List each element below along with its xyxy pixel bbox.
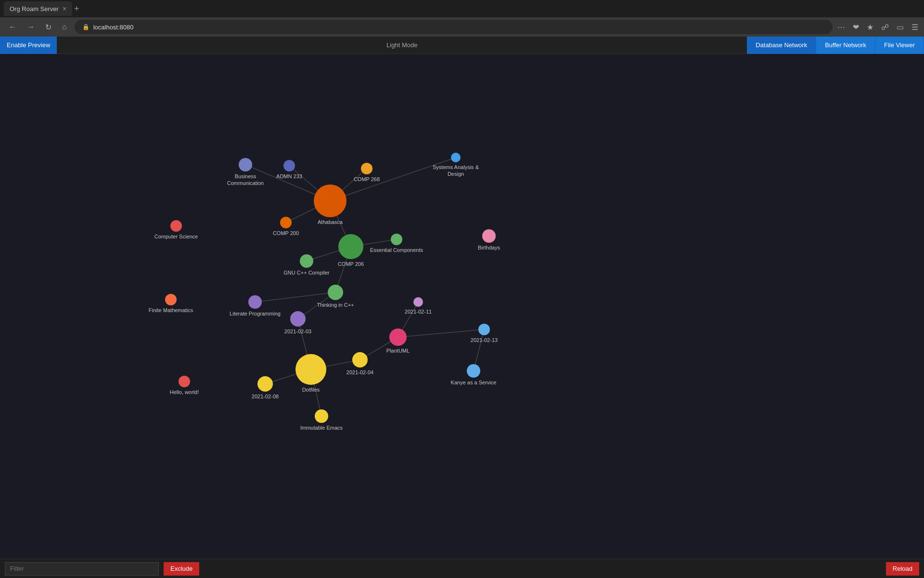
sidebar-icon[interactable]: ▭ (897, 23, 904, 32)
bookmarks-icon[interactable]: ❤ (853, 23, 859, 32)
node-label-gnu_cpp: GNU C++ Compiler (283, 270, 330, 276)
back-button[interactable]: ← (6, 21, 19, 33)
node-label-kanye: Kanye as a Service (451, 380, 497, 385)
node-comp200[interactable]: COMP 200 (273, 217, 299, 236)
node-admn233[interactable]: ADMN 233 (276, 160, 302, 179)
bottom-bar: Exclude Reload (0, 559, 924, 578)
forward-button[interactable]: → (24, 21, 38, 33)
svg-point-5 (239, 158, 252, 171)
node-label-birthdays: Birthdays (478, 245, 500, 250)
node-gnu_cpp[interactable]: GNU C++ Compiler (283, 254, 330, 276)
svg-point-6 (451, 153, 461, 162)
svg-point-22 (170, 220, 182, 232)
node-comp268[interactable]: COMP 268 (354, 163, 380, 182)
svg-point-3 (283, 160, 295, 171)
active-tab[interactable]: Org Roam Server × (4, 1, 72, 16)
svg-point-7 (280, 217, 292, 228)
exclude-button[interactable]: Exclude (164, 562, 199, 576)
svg-point-8 (391, 234, 402, 245)
security-icon: 🔒 (82, 24, 90, 30)
node-athabasca[interactable]: Athabasca (314, 184, 346, 225)
node-date_20210213[interactable]: 2021-02-13 (471, 324, 498, 343)
svg-point-4 (361, 163, 372, 174)
svg-point-21 (482, 229, 496, 243)
tab-file-viewer[interactable]: File Viewer (875, 37, 924, 54)
node-label-date_20210211: 2021-02-11 (405, 309, 432, 315)
node-label-comp200: COMP 200 (273, 230, 299, 236)
tab-buffer-network[interactable]: Buffer Network (816, 37, 875, 54)
nav-tabs: Database Network Buffer Network File Vie… (747, 37, 924, 54)
svg-point-0 (314, 184, 346, 217)
node-birthdays[interactable]: Birthdays (478, 229, 500, 250)
node-label-hello_world: Hello, world! (170, 389, 199, 395)
node-kanye[interactable]: Kanye as a Service (451, 364, 497, 385)
reload-button[interactable]: Reload (886, 562, 919, 576)
node-business_comm[interactable]: BusinessCommunication (227, 158, 264, 186)
node-finite_math[interactable]: Finite Mathematics (149, 294, 193, 313)
node-label-athabasca: Athabasca (318, 219, 343, 225)
node-label-comp_science: Computer Science (154, 234, 198, 239)
node-label-date_20210204: 2021-02-04 (346, 369, 373, 375)
node-hello_world[interactable]: Hello, world! (170, 376, 199, 395)
node-essential_comp[interactable]: Essential Components (370, 234, 424, 253)
filter-input[interactable] (5, 562, 159, 576)
browser-menu-icons: ⋯ ❤ ★ ☍ ▭ ☰ (837, 23, 918, 32)
browser-chrome: Org Roam Server × + ← → ↻ ⌂ 🔒 localhost:… (0, 0, 924, 37)
node-literate_prog[interactable]: Literate Programming (230, 295, 281, 316)
url-box[interactable]: 🔒 localhost:8080 (75, 20, 833, 34)
node-label-comp268: COMP 268 (354, 176, 380, 182)
url-display: localhost:8080 (93, 24, 134, 31)
svg-point-13 (413, 297, 423, 307)
node-label-dotfiles: Dotfiles (302, 387, 320, 393)
svg-point-12 (290, 311, 306, 327)
new-tab-button[interactable]: + (74, 4, 79, 14)
node-immutable_emacs[interactable]: Immutable Emacs (300, 409, 343, 431)
svg-point-14 (478, 324, 490, 335)
svg-point-17 (389, 328, 407, 346)
node-label-date_20210213: 2021-02-13 (471, 337, 498, 343)
node-label-thinking_cpp: Thinking in C++ (317, 302, 354, 308)
svg-point-2 (295, 354, 326, 385)
node-date_20210203[interactable]: 2021-02-03 (284, 311, 311, 334)
node-label-date_20210203: 2021-02-03 (284, 328, 311, 334)
address-bar: ← → ↻ ⌂ 🔒 localhost:8080 ⋯ ❤ ★ ☍ ▭ ☰ (0, 17, 924, 37)
svg-point-18 (315, 409, 328, 423)
mode-label: Light Mode (57, 41, 747, 49)
svg-point-10 (328, 285, 343, 300)
svg-point-20 (165, 294, 177, 305)
node-label-admn233: ADMN 233 (276, 173, 302, 179)
node-label-comp206: COMP 206 (338, 261, 364, 267)
node-label-finite_math: Finite Mathematics (149, 307, 193, 313)
node-label-business_comm: Business (235, 173, 257, 179)
node-label-business_comm: Communication (227, 180, 264, 186)
node-label-systems_analysis: Design (448, 171, 464, 177)
home-button[interactable]: ⌂ (59, 21, 70, 33)
reader-icon[interactable]: ☍ (881, 23, 889, 32)
node-comp_science[interactable]: Computer Science (154, 220, 198, 239)
node-thinking_cpp[interactable]: Thinking in C++ (317, 285, 354, 308)
svg-point-16 (257, 376, 273, 392)
network-svg: AthabascaCOMP 206DotfilesADMN 233COMP 26… (0, 54, 924, 559)
svg-point-23 (467, 364, 480, 378)
node-date_20210208[interactable]: 2021-02-08 (252, 376, 279, 399)
tab-close-button[interactable]: × (63, 5, 66, 13)
node-plantuml[interactable]: PlantUML (386, 328, 410, 354)
more-options-icon[interactable]: ⋯ (837, 23, 845, 32)
node-label-immutable_emacs: Immutable Emacs (300, 425, 343, 431)
node-comp206[interactable]: COMP 206 (338, 234, 364, 267)
node-systems_analysis[interactable]: Systems Analysis &Design (433, 153, 479, 177)
node-date_20210211[interactable]: 2021-02-11 (405, 297, 432, 315)
node-label-literate_prog: Literate Programming (230, 311, 281, 316)
tab-database-network[interactable]: Database Network (747, 37, 816, 54)
node-dotfiles[interactable]: Dotfiles (295, 354, 326, 393)
reload-browser-button[interactable]: ↻ (42, 21, 54, 34)
svg-point-19 (179, 376, 190, 387)
svg-point-9 (300, 254, 313, 268)
enable-preview-button[interactable]: Enable Preview (0, 37, 57, 54)
star-icon[interactable]: ★ (867, 23, 873, 32)
node-date_20210204[interactable]: 2021-02-04 (346, 352, 373, 375)
node-label-essential_comp: Essential Components (370, 247, 424, 253)
main-canvas: AthabascaCOMP 206DotfilesADMN 233COMP 26… (0, 54, 924, 559)
menu-icon[interactable]: ☰ (911, 23, 918, 32)
node-label-plantuml: PlantUML (386, 348, 410, 354)
